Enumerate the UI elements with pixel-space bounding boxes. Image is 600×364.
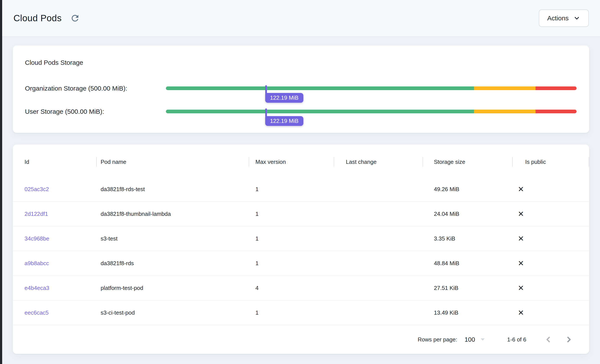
table-header-row: Id Pod name Max version Last change Stor… [13, 145, 589, 177]
meter-segment-red [536, 110, 577, 113]
meter-segment-green [166, 86, 474, 90]
user-storage-label: User Storage (500.00 MiB): [25, 107, 104, 116]
storage-size-cell: 48.84 MiB [423, 260, 512, 267]
storage-size-cell: 49.26 MiB [423, 186, 512, 193]
chevron-right-icon [565, 335, 573, 344]
organization-storage-row: Organization Storage (500.00 MiB): 122.1… [13, 84, 589, 93]
not-public-icon: ✕ [518, 308, 524, 317]
pod-id-link[interactable]: a9b8abcc [25, 260, 49, 266]
column-header-last-change[interactable]: Last change [334, 147, 423, 177]
storage-size-cell: 3.35 KiB [423, 235, 512, 242]
page-title: Cloud Pods [13, 13, 62, 23]
max-version-cell: 1 [249, 260, 334, 267]
meter-segment-amber [474, 86, 536, 90]
next-page-button[interactable] [561, 332, 577, 347]
pod-id-link[interactable]: 025ac3c2 [25, 186, 49, 192]
organization-storage-label: Organization Storage (500.00 MiB): [25, 84, 127, 93]
actions-button-label: Actions [547, 15, 569, 22]
refresh-button[interactable] [68, 11, 82, 25]
not-public-icon: ✕ [518, 284, 524, 292]
dropdown-arrow-icon [481, 338, 485, 341]
storage-card-title: Cloud Pods Storage [25, 59, 83, 66]
pod-name-cell: s3-ci-test-pod [96, 309, 249, 316]
column-header-id[interactable]: Id [13, 147, 96, 177]
pod-id-link[interactable]: 2d122df1 [25, 211, 48, 217]
page-header: Cloud Pods Actions [2, 0, 600, 37]
storage-size-cell: 27.51 KiB [423, 285, 512, 291]
previous-page-button[interactable] [541, 332, 556, 347]
meter-segment-green [166, 110, 474, 113]
pod-name-cell: platform-test-pod [96, 285, 249, 291]
storage-size-cell: 13.49 KiB [423, 309, 512, 316]
meter-segment-amber [474, 110, 536, 113]
table-row: eec6cac5 s3-ci-test-pod 1 13.49 KiB ✕ [13, 300, 589, 325]
pod-name-cell: s3-test [96, 235, 249, 242]
table-row: 2d122df1 da3821f8-thumbnail-lambda 1 24.… [13, 202, 589, 227]
pod-name-cell: da3821f8-thumbnail-lambda [96, 211, 249, 217]
cloud-pods-table-card: Id Pod name Max version Last change Stor… [13, 145, 589, 354]
pod-id-link[interactable]: eec6cac5 [25, 309, 48, 316]
not-public-icon: ✕ [518, 209, 524, 218]
refresh-icon [70, 13, 80, 23]
not-public-icon: ✕ [518, 185, 524, 193]
column-header-storage-size[interactable]: Storage size [423, 147, 512, 177]
column-header-max-version[interactable]: Max version [249, 147, 334, 177]
pod-name-cell: da3821f8-rds [96, 260, 249, 267]
actions-button[interactable]: Actions [539, 9, 589, 27]
table-pagination-footer: Rows per page: 100 1-6 of 6 [13, 325, 589, 354]
user-storage-meter [166, 110, 577, 113]
column-header-pod-name[interactable]: Pod name [96, 147, 249, 177]
chevron-left-icon [544, 335, 553, 344]
pod-id-link[interactable]: 34c968be [25, 235, 49, 242]
max-version-cell: 1 [249, 235, 334, 242]
collapsed-sidebar-edge [0, 0, 2, 364]
max-version-cell: 1 [249, 211, 334, 217]
chevron-down-icon [573, 15, 580, 22]
not-public-icon: ✕ [518, 234, 524, 243]
usage-tooltip: 122.19 MiB [265, 116, 303, 126]
table-row: 025ac3c2 da3821f8-rds-test 1 49.26 MiB ✕ [13, 177, 589, 202]
not-public-icon: ✕ [518, 259, 524, 268]
usage-tooltip: 122.19 MiB [265, 93, 303, 103]
rows-per-page-label: Rows per page: [418, 336, 457, 343]
pagination-range-label: 1-6 of 6 [507, 336, 526, 343]
meter-segment-red [536, 86, 577, 90]
pod-id-link[interactable]: e4b4eca3 [25, 285, 49, 291]
pod-name-cell: da3821f8-rds-test [96, 186, 249, 193]
rows-per-page-value: 100 [464, 336, 475, 343]
max-version-cell: 4 [249, 285, 334, 291]
table-row: 34c968be s3-test 1 3.35 KiB ✕ [13, 227, 589, 251]
rows-per-page-select[interactable]: 100 [464, 336, 484, 343]
table-row: e4b4eca3 platform-test-pod 4 27.51 KiB ✕ [13, 276, 589, 300]
storage-size-cell: 24.04 MiB [423, 211, 512, 217]
max-version-cell: 1 [249, 309, 334, 316]
max-version-cell: 1 [249, 186, 334, 193]
column-header-is-public[interactable]: Is public [512, 147, 589, 177]
table-row: a9b8abcc da3821f8-rds 1 48.84 MiB ✕ [13, 251, 589, 276]
organization-storage-meter [166, 86, 577, 90]
user-storage-row: User Storage (500.00 MiB): 122.19 MiB [13, 107, 589, 116]
cloud-pods-storage-card: Cloud Pods Storage Organization Storage … [13, 46, 589, 133]
